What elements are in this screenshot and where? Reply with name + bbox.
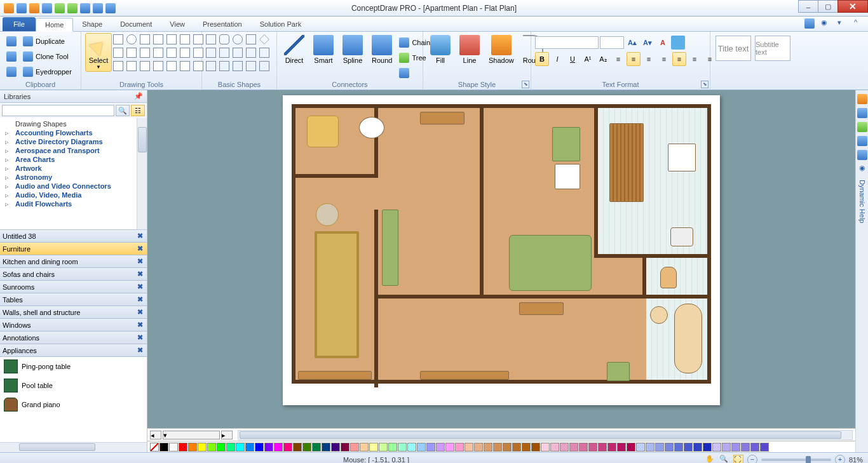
hand-tool-icon[interactable]: ✋ xyxy=(705,455,715,464)
color-swatch[interactable] xyxy=(331,443,340,452)
open-lib-item[interactable]: Tables✖ xyxy=(0,293,147,306)
color-swatch[interactable] xyxy=(360,443,369,452)
color-swatch[interactable] xyxy=(207,443,216,452)
cut-button[interactable] xyxy=(4,65,19,79)
tree-item[interactable]: Active Directory Diagrams xyxy=(3,137,144,146)
callout-tool[interactable] xyxy=(180,48,190,58)
qat-paste-icon[interactable] xyxy=(105,3,116,13)
rsb-icon3[interactable] xyxy=(857,122,867,132)
rotate-tool[interactable] xyxy=(126,61,137,71)
shape-hex[interactable] xyxy=(246,34,256,44)
shape-item[interactable]: Grand piano xyxy=(0,395,147,414)
canvas-hscroll[interactable] xyxy=(238,430,853,440)
page-1[interactable]: ▾ xyxy=(163,431,220,440)
open-lib-item[interactable]: Furniture✖ xyxy=(0,243,147,255)
shape-parallelogram[interactable] xyxy=(246,48,256,58)
shape-roundrect[interactable] xyxy=(219,34,229,44)
close-lib-icon[interactable]: ✖ xyxy=(135,232,144,240)
align-middle[interactable]: ≡ xyxy=(672,52,686,66)
no-fill-swatch[interactable] xyxy=(150,443,159,452)
clone-button[interactable]: Clone Tool xyxy=(20,50,74,64)
tab-view[interactable]: View xyxy=(161,17,194,31)
tree-item[interactable]: Aerospace and Transport xyxy=(3,146,144,155)
color-swatch[interactable] xyxy=(503,443,512,452)
tree-scrollbar[interactable] xyxy=(137,118,147,229)
close-button[interactable] xyxy=(837,0,868,13)
tab-solution-park[interactable]: Solution Park xyxy=(251,17,310,31)
color-swatch[interactable] xyxy=(188,443,197,452)
color-swatch[interactable] xyxy=(283,443,292,452)
duplicate-button[interactable]: Duplicate xyxy=(20,34,74,48)
arrow-tool[interactable] xyxy=(166,48,177,58)
color-swatch[interactable] xyxy=(159,443,168,452)
shrink-font[interactable]: A▾ xyxy=(641,36,654,50)
qat-undo-icon[interactable] xyxy=(55,3,65,13)
color-swatch[interactable] xyxy=(407,443,416,452)
color-swatch[interactable] xyxy=(426,443,435,452)
shape-rect[interactable] xyxy=(206,34,216,44)
color-swatch[interactable] xyxy=(531,443,540,452)
crop-tool[interactable] xyxy=(140,61,150,71)
qat-open-icon[interactable] xyxy=(29,3,39,13)
close-lib-icon[interactable]: ✖ xyxy=(135,283,144,291)
grow-font[interactable]: A▴ xyxy=(625,36,639,50)
tree-item[interactable]: Drawing Shapes xyxy=(3,119,144,128)
line-tool[interactable] xyxy=(140,34,150,44)
shape-ellipse[interactable] xyxy=(233,34,243,44)
close-lib-icon[interactable]: ✖ xyxy=(135,245,144,253)
zoom-in-button[interactable]: + xyxy=(835,455,845,464)
round-connector[interactable]: Round xyxy=(369,33,395,66)
zoom-level[interactable]: 81% xyxy=(849,456,863,464)
color-swatch[interactable] xyxy=(655,443,664,452)
color-swatch[interactable] xyxy=(569,443,578,452)
ungroup-tool[interactable] xyxy=(166,61,177,71)
color-swatch[interactable] xyxy=(617,443,626,452)
open-lib-item[interactable]: Appliances✖ xyxy=(0,344,147,357)
close-lib-icon[interactable]: ✖ xyxy=(135,321,144,329)
underline-button[interactable]: U xyxy=(566,52,580,66)
qat-save-icon[interactable] xyxy=(42,3,52,13)
color-swatch[interactable] xyxy=(760,443,769,452)
color-swatch[interactable] xyxy=(493,443,502,452)
connector-tool[interactable] xyxy=(126,48,137,58)
align-tool[interactable] xyxy=(180,61,190,71)
rsb-icon5[interactable] xyxy=(857,150,867,160)
color-swatch[interactable] xyxy=(712,443,721,452)
smart-connector[interactable]: Smart xyxy=(310,33,337,66)
tab-shape[interactable]: Shape xyxy=(73,17,111,31)
color-swatch[interactable] xyxy=(293,443,302,452)
shape-pentagon[interactable] xyxy=(219,48,229,58)
select-tool[interactable]: Select ▼ xyxy=(85,33,112,72)
direct-connector[interactable]: Direct xyxy=(281,33,308,66)
zoom-slider[interactable] xyxy=(761,459,831,461)
drawing-page[interactable] xyxy=(283,95,720,405)
color-swatch[interactable] xyxy=(369,443,378,452)
rsb-icon2[interactable] xyxy=(857,108,867,118)
open-lib-item[interactable]: Untitled 38✖ xyxy=(0,230,147,243)
shape-cross[interactable] xyxy=(246,61,256,71)
edit-points-tool[interactable] xyxy=(113,61,123,71)
color-swatch[interactable] xyxy=(684,443,693,452)
color-swatch[interactable] xyxy=(703,443,712,452)
shape-cylinder[interactable] xyxy=(259,61,269,71)
color-swatch[interactable] xyxy=(541,443,550,452)
color-swatch[interactable] xyxy=(322,443,330,452)
font-size-combo[interactable] xyxy=(600,36,624,49)
search-button[interactable]: 🔍 xyxy=(116,105,130,116)
file-tab[interactable]: File xyxy=(3,17,36,31)
arc-tool[interactable] xyxy=(166,34,177,44)
open-lib-item[interactable]: Walls, shell and structure✖ xyxy=(0,306,147,319)
color-swatch[interactable] xyxy=(636,443,645,452)
color-swatch[interactable] xyxy=(245,443,254,452)
line-button[interactable]: Line xyxy=(456,33,483,66)
tree-item[interactable]: Artwork xyxy=(3,164,144,173)
spline-connector[interactable]: Spline xyxy=(339,33,366,66)
color-swatch[interactable] xyxy=(560,443,569,452)
align-bottom[interactable]: ≡ xyxy=(688,52,702,66)
align-right[interactable]: ≡ xyxy=(642,52,656,66)
color-swatch[interactable] xyxy=(665,443,674,452)
tree-item[interactable]: Accounting Flowcharts xyxy=(3,128,144,137)
tree-item[interactable]: Audio and Video Connectors xyxy=(3,182,144,191)
tab-home[interactable]: Home xyxy=(36,18,73,32)
color-swatch[interactable] xyxy=(646,443,654,452)
